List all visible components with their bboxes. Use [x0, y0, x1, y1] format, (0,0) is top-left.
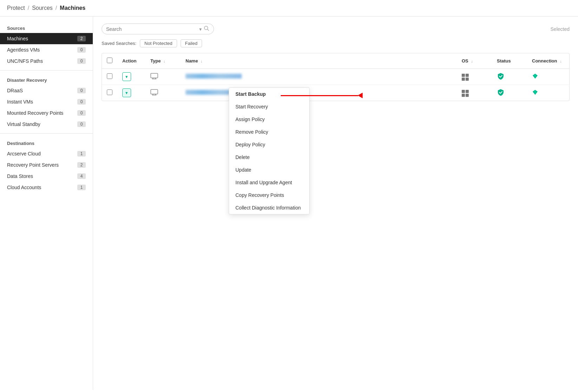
- sidebar-badge-mounted-rp: 0: [77, 110, 86, 116]
- breadcrumb: Protect / Sources / Machines: [0, 0, 578, 16]
- table-header-row: Action Type ↓ Name ↓ OS: [102, 53, 569, 69]
- row2-gem-icon: [532, 91, 538, 97]
- row1-gem-icon: [532, 75, 538, 80]
- search-input[interactable]: [106, 26, 199, 32]
- row2-checkbox[interactable]: [107, 89, 112, 95]
- row2-shield-icon: [497, 88, 505, 96]
- saved-searches-row: Saved Searches: Not Protected Failed: [102, 39, 570, 47]
- windows-icon-2: [462, 89, 469, 94]
- menu-item-install-upgrade-agent[interactable]: Install and Upgrade Agent: [229, 176, 309, 189]
- row2-os-cell: [457, 85, 492, 101]
- sidebar-item-agentless-vms[interactable]: Agentless VMs 0: [0, 44, 93, 55]
- th-status: Status: [492, 53, 527, 69]
- row1-name-cell: [181, 69, 457, 85]
- sidebar-item-unc-nfs[interactable]: UNC/NFS Paths 0: [0, 55, 93, 67]
- row2-connection-cell: [527, 85, 569, 101]
- menu-item-start-backup[interactable]: Start Backup: [229, 88, 309, 100]
- os-sort-icon: ↓: [471, 59, 473, 63]
- saved-search-not-protected[interactable]: Not Protected: [140, 39, 177, 47]
- sidebar-badge-arcserve-cloud: 1: [77, 151, 86, 157]
- search-dropdown-chevron[interactable]: ▾: [199, 26, 202, 32]
- menu-item-deploy-policy[interactable]: Deploy Policy: [229, 138, 309, 151]
- selected-label: Selected: [551, 26, 570, 32]
- th-os[interactable]: OS ↓: [457, 53, 492, 69]
- table-wrap: Action Type ↓ Name ↓ OS: [102, 53, 570, 101]
- row1-action-cell: ▾: [117, 69, 145, 85]
- sidebar-item-unc-nfs-label: UNC/NFS Paths: [7, 58, 43, 64]
- breadcrumb-protect[interactable]: Protect: [7, 5, 25, 11]
- row1-action-button[interactable]: ▾: [122, 72, 131, 81]
- sidebar-section-sources: Sources: [0, 22, 93, 33]
- sidebar-badge-virtual-standby: 0: [77, 121, 86, 127]
- connection-sort-icon: ↓: [560, 59, 562, 63]
- menu-item-delete[interactable]: Delete: [229, 151, 309, 164]
- svg-rect-8: [151, 89, 158, 94]
- table-container: Action Type ↓ Name ↓ OS: [102, 53, 570, 101]
- sidebar-badge-data-stores: 4: [77, 173, 86, 179]
- sidebar-item-mounted-rp[interactable]: Mounted Recovery Points 0: [0, 107, 93, 119]
- name-sort-icon: ↓: [201, 59, 203, 63]
- sidebar-item-instant-vms-label: Instant VMs: [7, 99, 33, 105]
- action-dropdown-arrow-2: ▾: [125, 90, 128, 95]
- sidebar-item-instant-vms[interactable]: Instant VMs 0: [0, 96, 93, 107]
- search-input-wrap[interactable]: ▾: [102, 24, 214, 34]
- breadcrumb-machines: Machines: [60, 5, 85, 11]
- th-action: Action: [117, 53, 145, 69]
- sidebar-item-rp-servers[interactable]: Recovery Point Servers 2: [0, 159, 93, 171]
- sidebar-item-virtual-standby-label: Virtual Standby: [7, 121, 40, 127]
- main-content: ▾ Selected Saved Searches: Not Protected…: [93, 16, 578, 390]
- monitor-icon-2: [150, 91, 158, 97]
- row2-action-button[interactable]: ▾: [122, 88, 131, 97]
- row1-checkbox[interactable]: [107, 73, 112, 79]
- breadcrumb-sep-2: /: [56, 5, 57, 11]
- saved-search-failed[interactable]: Failed: [181, 39, 202, 47]
- row2-status-cell: [492, 85, 527, 101]
- windows-icon: [462, 73, 469, 78]
- sidebar-item-virtual-standby[interactable]: Virtual Standby 0: [0, 119, 93, 130]
- menu-item-assign-policy[interactable]: Assign Policy: [229, 113, 309, 126]
- sidebar-item-cloud-accounts[interactable]: Cloud Accounts 1: [0, 182, 93, 193]
- th-type[interactable]: Type ↓: [145, 53, 181, 69]
- sidebar-badge-draas: 0: [77, 88, 86, 93]
- menu-item-collect-diagnostic[interactable]: Collect Diagnostic Information: [229, 201, 309, 214]
- row2-name-cell: [181, 85, 457, 101]
- sidebar-badge-rp-servers: 2: [77, 162, 86, 168]
- row1-connection-cell: [527, 69, 569, 85]
- sidebar-item-arcserve-cloud[interactable]: Arcserve Cloud 1: [0, 148, 93, 159]
- search-icon[interactable]: [204, 26, 209, 32]
- sidebar-section-dr: Disaster Recovery: [0, 74, 93, 85]
- menu-item-update[interactable]: Update: [229, 164, 309, 176]
- menu-item-remove-policy[interactable]: Remove Policy: [229, 126, 309, 138]
- sidebar-item-data-stores[interactable]: Data Stores 4: [0, 171, 93, 182]
- menu-item-copy-recovery-points[interactable]: Copy Recovery Points: [229, 189, 309, 201]
- sidebar: Sources Machines 2 Agentless VMs 0 UNC/N…: [0, 16, 93, 390]
- sidebar-item-machines[interactable]: Machines 2: [0, 33, 93, 44]
- th-connection[interactable]: Connection ↓: [527, 53, 569, 69]
- row1-type-cell: [145, 69, 181, 85]
- table-row: ▾: [102, 69, 569, 85]
- sidebar-item-draas[interactable]: DRaaS 0: [0, 85, 93, 96]
- row1-name-blurred: [186, 74, 242, 79]
- action-dropdown-arrow: ▾: [125, 74, 128, 79]
- breadcrumb-sep-1: /: [28, 5, 29, 11]
- menu-item-start-recovery[interactable]: Start Recovery: [229, 100, 309, 113]
- svg-rect-2: [151, 73, 158, 78]
- row1-checkbox-cell: [102, 69, 117, 85]
- saved-searches-label: Saved Searches:: [102, 41, 136, 46]
- row2-type-cell: [145, 85, 181, 101]
- th-name[interactable]: Name ↓: [181, 53, 457, 69]
- row1-status-cell: [492, 69, 527, 85]
- select-all-checkbox[interactable]: [107, 58, 112, 63]
- action-dropdown-menu: Start Backup Start Recovery Assign Polic…: [229, 87, 310, 214]
- sidebar-item-machines-label: Machines: [7, 36, 28, 41]
- sidebar-item-data-stores-label: Data Stores: [7, 173, 33, 179]
- sidebar-badge-agentless-vms: 0: [77, 47, 86, 53]
- breadcrumb-sources[interactable]: Sources: [32, 5, 53, 11]
- sidebar-divider-2: [0, 133, 93, 134]
- svg-line-1: [208, 29, 209, 31]
- sidebar-item-agentless-vms-label: Agentless VMs: [7, 47, 40, 53]
- search-row: ▾ Selected: [102, 24, 570, 34]
- sidebar-item-cloud-accounts-label: Cloud Accounts: [7, 185, 41, 190]
- monitor-icon: [150, 75, 158, 80]
- row1-shield-icon: [497, 72, 505, 80]
